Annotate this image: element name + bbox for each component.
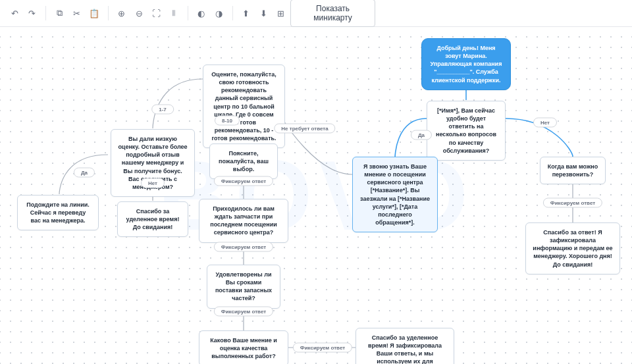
send-back-button[interactable]: ⬇ <box>255 4 272 22</box>
edge-label-no: Нет <box>141 178 165 188</box>
edge-label-record: Фиксируем ответ <box>293 343 352 353</box>
zoom-out-button[interactable]: ⊖ <box>131 4 147 22</box>
node-quality[interactable]: Каково Ваше мнение и оценка качества вып… <box>199 330 288 364</box>
diagram-canvas[interactable]: BOVO <box>0 26 632 364</box>
edge-label-record: Фиксируем ответ <box>214 176 273 186</box>
fill-button[interactable]: ◐ <box>194 4 210 22</box>
zoom-in-button[interactable]: ⊕ <box>113 4 130 22</box>
edge-label-noans: Не требует ответа <box>274 124 335 134</box>
show-minimap-button[interactable]: Показать миникарту <box>290 0 375 27</box>
edge-label-record: Фиксируем ответ <box>543 198 602 208</box>
node-waitparts[interactable]: Приходилось ли вам ждать запчасти при по… <box>199 199 288 243</box>
node-thanks-callback[interactable]: Спасибо за ответ! Я зафиксировала информ… <box>525 222 620 274</box>
theme-button[interactable]: ◑ <box>211 4 227 22</box>
cut-button[interactable]: ✂ <box>69 4 86 22</box>
node-hold[interactable]: Подождите на линии. Сейчас я переведу ва… <box>17 195 99 230</box>
toolbar: ↶ ↷ ⧉ ✂ 📋 ⊕ ⊖ ⛶ ⫴ ◐ ◑ ⬆ ⬇ ⊞ Показать мин… <box>0 0 632 27</box>
separator <box>108 6 109 20</box>
paste-button[interactable]: 📋 <box>86 4 103 22</box>
fit-button[interactable]: ⛶ <box>149 4 165 22</box>
node-time-question[interactable]: [*Имя*], Вам сейчас удобно будет ответит… <box>427 101 506 161</box>
node-final[interactable]: Спасибо за уделенное время! Я зафиксиров… <box>356 328 454 364</box>
edge-label-record: Фиксируем ответ <box>214 307 273 317</box>
separator <box>232 6 233 20</box>
copy-button[interactable]: ⧉ <box>51 4 68 22</box>
edge-label-1-7: 1-7 <box>151 105 174 115</box>
edge-label-no: Нет <box>533 118 557 128</box>
node-delivery[interactable]: Удовлетворены ли Вы сроками поставки зап… <box>207 265 280 309</box>
node-nps[interactable]: Оцените, пожалуйста, свою готовность рек… <box>203 65 285 148</box>
bring-front-button[interactable]: ⬆ <box>238 4 255 22</box>
redo-button[interactable]: ↷ <box>24 4 41 22</box>
edge-label-8-10: 8-10 <box>215 116 240 126</box>
node-explain[interactable]: Поясните, пожалуйста, ваш выбор. <box>209 143 278 179</box>
node-bye-short[interactable]: Спасибо за уделенное время! До свидания! <box>117 201 188 237</box>
separator <box>188 6 188 20</box>
node-callback[interactable]: Когда вам можно перезвонить? <box>540 157 606 184</box>
edge-label-yes: Да <box>74 168 95 178</box>
align-button[interactable]: ⫴ <box>166 4 182 22</box>
edge-label-yes: Да <box>411 130 432 140</box>
undo-button[interactable]: ↶ <box>7 4 23 22</box>
separator <box>45 6 46 20</box>
node-start[interactable]: Добрый день! Меня зовут Марина. Управляю… <box>421 38 511 90</box>
edge-label-record: Фиксируем ответ <box>214 242 273 252</box>
grid-button[interactable]: ⊞ <box>273 4 290 22</box>
node-purpose[interactable]: Я звоню узнать Ваше мнение о посещении с… <box>352 157 438 232</box>
